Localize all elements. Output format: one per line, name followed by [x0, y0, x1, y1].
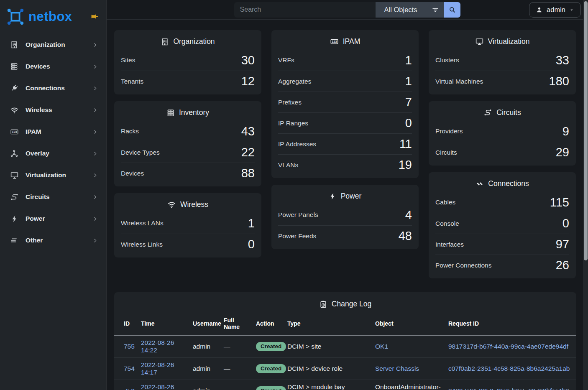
- changelog-request-id-link[interactable]: c07f0ab2-2351-4c58-825a-8b6a2425a1ab: [448, 365, 570, 372]
- stat-row-devices[interactable]: Devices88: [121, 163, 255, 184]
- changelog-id-link[interactable]: 754: [124, 365, 135, 372]
- stat-row-circuits[interactable]: Circuits29: [435, 142, 569, 163]
- netbox-home-link[interactable]: netbox: [6, 7, 91, 26]
- chevron-right-icon: [92, 151, 98, 156]
- stat-label: Power Connections: [435, 262, 491, 269]
- sidebar-item-power[interactable]: Power: [0, 208, 106, 229]
- sidebar-item-overlay[interactable]: Overlay: [0, 143, 106, 164]
- changelog-id-link[interactable]: 755: [124, 343, 135, 350]
- dashboard-column: VirtualizationClusters33Virtual Machines…: [429, 30, 576, 278]
- changelog-request-id-link[interactable]: 9817317d-b67f-440a-99ca-4ae07ede94df: [448, 343, 568, 350]
- changelog-id-link[interactable]: 753: [124, 387, 135, 390]
- card-title-text: Virtualization: [488, 37, 530, 46]
- stat-value: 33: [556, 54, 569, 67]
- stat-label: IP Ranges: [278, 120, 308, 127]
- filter-button[interactable]: [426, 2, 444, 18]
- changelog-time-link[interactable]: 2022-08-26 14:15: [141, 383, 174, 390]
- card-title: Inventory: [114, 101, 261, 121]
- search-scope-dropdown[interactable]: All Objects: [376, 2, 426, 18]
- stat-row-device-types[interactable]: Device Types22: [121, 142, 255, 163]
- sidebar-item-label: Virtualization: [26, 171, 92, 179]
- sidebar-item-other[interactable]: Other: [0, 229, 106, 251]
- sidebar-item-organization[interactable]: Organization: [0, 34, 106, 56]
- changelog-full-name: —: [224, 387, 230, 390]
- sidebar-item-connections[interactable]: Connections: [0, 77, 106, 99]
- sidebar-item-label: Circuits: [26, 193, 92, 201]
- stat-row-wireless-lans[interactable]: Wireless LANs1: [121, 213, 255, 234]
- sidebar-item-label: Other: [26, 237, 92, 244]
- pin-sidebar-icon[interactable]: [91, 13, 99, 20]
- stat-row-ip-ranges[interactable]: IP Ranges0: [278, 112, 412, 133]
- stat-row-vrfs[interactable]: VRFs1: [278, 50, 412, 71]
- column-header-object: Object: [372, 314, 445, 335]
- sidebar-item-label: Wireless: [26, 106, 92, 114]
- stat-row-virtual-machines[interactable]: Virtual Machines180: [435, 71, 569, 92]
- stat-label: Wireless Links: [121, 241, 163, 248]
- card-title: 123IPAM: [271, 30, 419, 50]
- stat-row-racks[interactable]: Racks43: [121, 121, 255, 142]
- netbox-logo-icon: [6, 7, 25, 26]
- stat-label: Console: [435, 220, 459, 227]
- card-title: Virtualization: [429, 30, 576, 50]
- card-title-text: IPAM: [343, 37, 360, 46]
- stat-row-prefixes[interactable]: Prefixes7: [278, 92, 412, 112]
- stat-row-vlans[interactable]: VLANs19: [278, 154, 412, 175]
- sidebar-item-virtualization[interactable]: Virtualization: [0, 164, 106, 186]
- stat-row-sites[interactable]: Sites30: [121, 50, 255, 71]
- sidebar-item-ipam[interactable]: 123IPAM: [0, 121, 106, 143]
- search-submit-button[interactable]: [444, 2, 460, 18]
- card-title: Power: [271, 185, 419, 204]
- filter-icon: [431, 5, 440, 14]
- sidebar-nav: OrganizationDevicesConnectionsWireless12…: [0, 33, 106, 251]
- changelog-type: DCIM > device role: [287, 365, 343, 372]
- column-header-username: Username: [189, 314, 220, 335]
- stat-row-ip-addresses[interactable]: IP Addresses11: [278, 133, 412, 154]
- building-icon: [161, 38, 169, 46]
- stat-row-cables[interactable]: Cables115: [435, 192, 569, 213]
- stat-label: Device Types: [121, 149, 160, 156]
- stat-label: Virtual Machines: [435, 78, 483, 85]
- stat-row-console[interactable]: Console0: [435, 213, 569, 234]
- dashboard-column: OrganizationSites30Tenants12InventoryRac…: [114, 30, 261, 257]
- status-badge: Created: [256, 342, 286, 351]
- changelog-object-link[interactable]: OK1: [375, 343, 388, 350]
- stat-value: 1: [248, 217, 255, 230]
- table-row: 7552022-08-26 14:22admin—CreatedDCIM > s…: [114, 335, 576, 358]
- changelog-request-id-link[interactable]: 24807c61-9952-49c6-b8a5-69760bfcc4b3: [448, 387, 569, 390]
- card-title: Organization: [114, 30, 261, 50]
- sidebar-item-label: Organization: [26, 41, 92, 48]
- sidebar-item-wireless[interactable]: Wireless: [0, 99, 106, 121]
- changelog-time-link[interactable]: 2022-08-26 14:22: [141, 339, 174, 354]
- search-input[interactable]: [234, 2, 376, 18]
- scrollbar-thumb[interactable]: [584, 1, 588, 260]
- monitor-icon: [9, 171, 19, 180]
- chevron-right-icon: [92, 173, 98, 178]
- changelog-object-link[interactable]: Server Chassis: [375, 365, 419, 372]
- sidebar-item-circuits[interactable]: Circuits: [0, 186, 106, 208]
- user-menu-button[interactable]: admin: [529, 2, 581, 18]
- topbar: All Objects: [107, 0, 588, 20]
- chevron-right-icon: [92, 129, 98, 135]
- stat-row-power-feeds[interactable]: Power Feeds48: [278, 225, 412, 246]
- changelog-time-link[interactable]: 2022-08-26 14:17: [141, 361, 174, 376]
- stat-label: Tenants: [121, 78, 143, 85]
- card-title-text: Connections: [488, 179, 529, 188]
- dashboard-grid: OrganizationSites30Tenants12InventoryRac…: [107, 20, 588, 278]
- stat-value: 43: [241, 125, 255, 138]
- stat-row-aggregates[interactable]: Aggregates1: [278, 71, 412, 92]
- card-connections: ConnectionsCables115Console0Interfaces97…: [429, 172, 576, 278]
- stat-row-interfaces[interactable]: Interfaces97: [435, 234, 569, 255]
- stat-row-power-panels[interactable]: Power Panels4: [278, 204, 412, 225]
- stat-value: 115: [550, 196, 569, 209]
- stat-value: 97: [556, 237, 569, 251]
- stat-row-power-connections[interactable]: Power Connections26: [435, 255, 569, 275]
- monitor-icon: [475, 37, 484, 46]
- stat-row-clusters[interactable]: Clusters33: [435, 50, 569, 71]
- stat-row-providers[interactable]: Providers9: [435, 121, 569, 142]
- stat-row-tenants[interactable]: Tenants12: [121, 71, 255, 92]
- stat-value: 0: [405, 116, 412, 130]
- sidebar-item-devices[interactable]: Devices: [0, 56, 106, 77]
- sidebar-item-label: Power: [26, 215, 92, 222]
- table-row: 7542022-08-26 14:17admin—CreatedDCIM > d…: [114, 358, 576, 380]
- stat-row-wireless-links[interactable]: Wireless Links0: [121, 234, 255, 255]
